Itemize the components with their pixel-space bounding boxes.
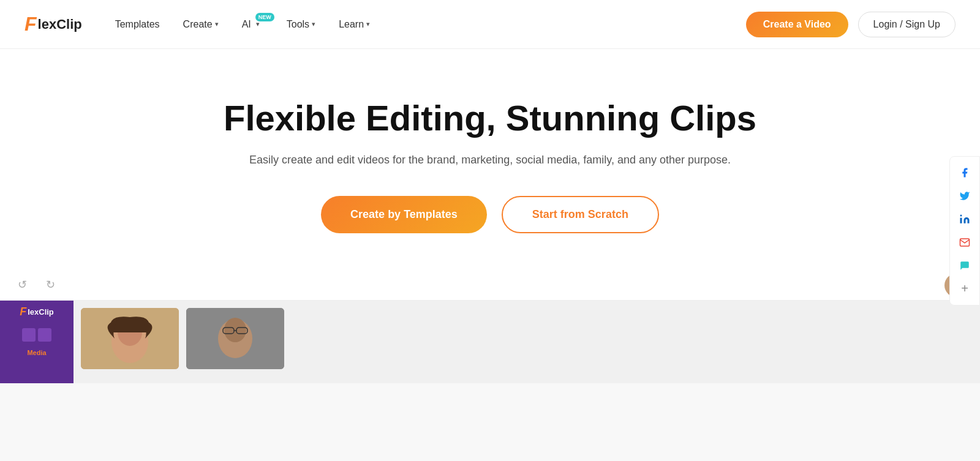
nav-templates-label: Templates: [115, 19, 160, 30]
editor-content-area: [74, 301, 980, 383]
more-share-icon[interactable]: +: [954, 278, 976, 300]
thumbnail-1-inner: [81, 308, 179, 369]
editor-logo-text: lexClip: [28, 307, 54, 317]
editor-body: F lexClip Media: [0, 301, 980, 383]
linkedin-share-icon[interactable]: [954, 208, 976, 230]
navbar: F lexClip Templates Create ▾ AI NEW ▾ To…: [0, 0, 980, 49]
nav-item-tools[interactable]: Tools ▾: [278, 14, 324, 35]
logo-f-letter: F: [24, 13, 37, 36]
redo-button[interactable]: ↻: [40, 275, 60, 294]
hero-subtitle: Easily create and edit videos for the br…: [24, 154, 956, 167]
undo-button[interactable]: ↺: [12, 275, 32, 294]
nav-item-create[interactable]: Create ▾: [175, 14, 227, 35]
nav-right: Create a Video Login / Sign Up: [746, 12, 956, 37]
editor-logo-f: F: [20, 305, 26, 318]
chat-share-icon[interactable]: [954, 255, 976, 277]
create-video-button[interactable]: Create a Video: [746, 12, 848, 37]
editor-media-label: Media: [27, 349, 46, 356]
hero-title: Flexible Editing, Stunning Clips: [24, 98, 956, 139]
social-share-sidebar: +: [949, 156, 980, 305]
editor-left-sidebar: F lexClip Media: [0, 301, 74, 383]
hero-buttons: Create by Templates Start from Scratch: [24, 196, 956, 233]
twitter-share-icon[interactable]: [954, 185, 976, 207]
tools-chevron-icon: ▾: [312, 20, 315, 28]
nav-learn-label: Learn: [339, 19, 364, 30]
login-signup-button[interactable]: Login / Sign Up: [858, 12, 956, 37]
logo-text: lexClip: [38, 17, 82, 32]
editor-preview: ↺ ↻ F lexClip Media: [0, 270, 980, 383]
nav-links: Templates Create ▾ AI NEW ▾ Tools ▾ Lear…: [107, 14, 746, 35]
learn-chevron-icon: ▾: [366, 20, 370, 28]
create-chevron-icon: ▾: [215, 20, 219, 28]
media-icon-2: [38, 328, 51, 342]
nav-item-learn[interactable]: Learn ▾: [330, 14, 379, 35]
svg-point-11: [960, 214, 962, 216]
start-from-scratch-button[interactable]: Start from Scratch: [502, 196, 659, 233]
svg-point-7: [224, 318, 246, 342]
editor-toolbar: ↺ ↻: [0, 270, 980, 301]
nav-tools-label: Tools: [287, 19, 309, 30]
editor-thumbnail-2: [186, 308, 284, 369]
thumbnail-2-inner: [186, 308, 284, 369]
logo[interactable]: F lexClip: [24, 13, 82, 36]
nav-ai-label: AI: [242, 19, 251, 30]
media-icon-1: [22, 328, 36, 342]
create-by-templates-button[interactable]: Create by Templates: [321, 196, 487, 233]
nav-create-label: Create: [183, 19, 213, 30]
editor-logo: F lexClip: [20, 305, 54, 318]
email-share-icon[interactable]: [954, 231, 976, 253]
ai-chevron-icon: ▾: [256, 20, 260, 28]
editor-thumbnail-1: [81, 308, 179, 369]
ai-new-badge: NEW: [255, 13, 274, 21]
nav-item-templates[interactable]: Templates: [107, 14, 168, 35]
nav-item-ai[interactable]: AI NEW ▾: [233, 14, 272, 35]
hero-section: Flexible Editing, Stunning Clips Easily …: [0, 49, 980, 270]
facebook-share-icon[interactable]: [954, 162, 976, 184]
media-icon-grid: [20, 326, 54, 344]
